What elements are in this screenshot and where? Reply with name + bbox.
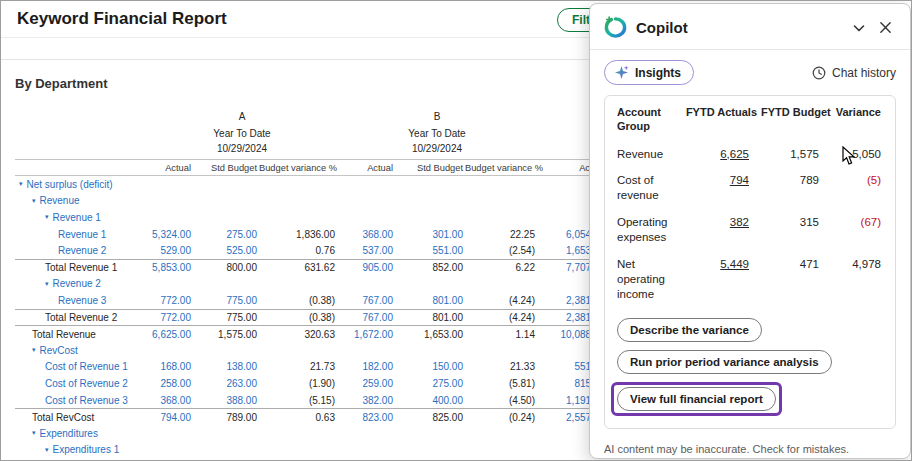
amount-cell[interactable]: 382.00: [337, 395, 395, 406]
copilot-header: Copilot: [590, 4, 910, 50]
row-label[interactable]: RevCost: [40, 345, 78, 356]
amount-cell[interactable]: 182.00: [337, 361, 395, 372]
report-row: Revenue 3772.00775.00(0.38)767.00801.00(…: [15, 292, 609, 309]
amount-cell[interactable]: 551.00: [395, 245, 465, 256]
row-label[interactable]: Revenue 2: [53, 278, 101, 289]
insight-actuals-link[interactable]: 382: [730, 216, 749, 228]
chevron-down-icon[interactable]: [850, 19, 868, 37]
tree-collapse-icon[interactable]: ▾: [32, 346, 36, 354]
amount-cell[interactable]: 823.00: [337, 412, 395, 423]
amount-cell[interactable]: 138.00: [193, 361, 259, 372]
amount-cell[interactable]: 368.00: [147, 395, 193, 406]
amount-cell: 6.22: [465, 262, 537, 273]
amount-cell[interactable]: 5,853.00: [147, 262, 193, 273]
amount-cell[interactable]: 263.00: [193, 378, 259, 389]
copilot-panel: Copilot Insigh: [589, 3, 911, 459]
amount-cell[interactable]: 368.00: [337, 229, 395, 240]
amount-cell[interactable]: 275.00: [395, 378, 465, 389]
amount-cell: (5.81): [465, 378, 537, 389]
row-label[interactable]: Net surplus (deficit): [27, 179, 113, 190]
report-row: Cost of Revenue 2258.00263.00(1.90)259.0…: [15, 375, 609, 392]
amount-cell[interactable]: 388.00: [193, 395, 259, 406]
row-label-cell: Cost of Revenue 3: [15, 395, 147, 406]
insight-col-header: FYTD Budget: [761, 106, 827, 141]
suggestion-button[interactable]: View full financial report: [617, 387, 776, 411]
suggestion-button[interactable]: Describe the variance: [617, 318, 762, 342]
row-label[interactable]: Cost of Revenue 1: [45, 361, 128, 372]
insight-variance: 4,978: [831, 251, 881, 308]
tree-collapse-icon[interactable]: ▾: [45, 213, 49, 221]
column-dates-row: 10/29/202410/29/2024: [15, 141, 609, 156]
amount-cell[interactable]: 772.00: [147, 312, 193, 323]
amount-cell[interactable]: 259.00: [337, 378, 395, 389]
row-label-cell: Revenue 3: [15, 295, 147, 306]
insights-tab[interactable]: Insights: [604, 60, 694, 85]
insight-variance: 5,050: [831, 141, 881, 168]
amount-cell[interactable]: 794.00: [147, 412, 193, 423]
report-row: Total Revenue6,625.001,575.00320.631,672…: [15, 325, 609, 342]
tree-collapse-icon[interactable]: ▾: [32, 429, 36, 437]
suggestion-button[interactable]: Run prior period variance analysis: [617, 350, 832, 374]
amount-cell[interactable]: 772.00: [147, 295, 193, 306]
amount-cell[interactable]: 905.00: [337, 262, 395, 273]
close-icon[interactable]: [877, 19, 894, 36]
amount-cell[interactable]: 5,324.00: [147, 229, 193, 240]
amount-cell[interactable]: 1,672.00: [337, 329, 395, 340]
amount-cell[interactable]: 301.00: [395, 229, 465, 240]
amount-cell: 1,575.00: [193, 329, 259, 340]
insight-actuals-link[interactable]: 6,625: [720, 148, 749, 160]
amount-cell[interactable]: 525.00: [193, 245, 259, 256]
amount-cell[interactable]: 150.00: [395, 361, 465, 372]
report-row: Revenue 15,324.00275.001,836.00368.00301…: [15, 226, 609, 243]
row-label[interactable]: Revenue 3: [58, 295, 106, 306]
column-header: Std Budget: [193, 163, 259, 173]
tree-collapse-icon[interactable]: ▾: [45, 446, 49, 454]
insight-col-header: Account Group: [617, 106, 681, 141]
column-group-period: Year To Date: [337, 128, 537, 139]
chat-history-button[interactable]: Chat history: [812, 66, 896, 80]
amount-cell[interactable]: 258.00: [147, 378, 193, 389]
row-label[interactable]: Cost of Revenue 3: [45, 395, 128, 406]
row-label[interactable]: Revenue 1: [53, 212, 101, 223]
row-label[interactable]: Revenue 2: [58, 245, 106, 256]
column-group-date: 10/29/2024: [337, 143, 537, 154]
row-label-cell: ▾Revenue: [15, 195, 147, 206]
row-label-cell: ▾RevCost: [15, 345, 147, 356]
amount-cell[interactable]: 400.00: [395, 395, 465, 406]
report-row: ▾Revenue 2: [15, 276, 609, 293]
amount-cell[interactable]: 6,625.00: [147, 329, 193, 340]
amount-cell: 631.62: [259, 262, 337, 273]
amount-cell[interactable]: 537.00: [337, 245, 395, 256]
row-label[interactable]: Expenditures 1: [53, 444, 120, 455]
amount-cell[interactable]: 801.00: [395, 295, 465, 306]
amount-cell: 825.00: [395, 412, 465, 423]
row-label-cell: Cost of Revenue 2: [15, 378, 147, 389]
insight-variance: (5): [831, 167, 881, 209]
amount-cell: 320.63: [259, 329, 337, 340]
tree-collapse-icon[interactable]: ▾: [19, 180, 23, 188]
amount-cell[interactable]: 775.00: [193, 295, 259, 306]
amount-cell: 0.76: [259, 245, 337, 256]
amount-cell[interactable]: 529.00: [147, 245, 193, 256]
row-label: Total Revenue 1: [45, 262, 117, 273]
report-row: Total Revenue 2772.00775.00(0.38)767.008…: [15, 309, 609, 326]
row-label[interactable]: Cost of Revenue 2: [45, 378, 128, 389]
tree-collapse-icon[interactable]: ▾: [32, 197, 36, 205]
row-label[interactable]: Revenue 1: [58, 229, 106, 240]
amount-cell[interactable]: 767.00: [337, 312, 395, 323]
amount-cell: (2.54): [465, 245, 537, 256]
row-label-cell: Revenue 2: [15, 245, 147, 256]
amount-cell[interactable]: 275.00: [193, 229, 259, 240]
report-row: Revenue 2529.00525.000.76537.00551.00(2.…: [15, 242, 609, 259]
copilot-logo-icon: [604, 16, 627, 39]
amount-cell: (1.90): [259, 378, 337, 389]
row-label-cell: ▾Revenue 2: [15, 278, 147, 289]
tree-collapse-icon[interactable]: ▾: [45, 280, 49, 288]
column-header: Budget variance %: [465, 163, 537, 173]
insight-actuals-link[interactable]: 794: [730, 174, 749, 186]
insight-actuals-link[interactable]: 5,449: [720, 258, 749, 270]
row-label[interactable]: Revenue: [40, 195, 80, 206]
row-label[interactable]: Expenditures: [40, 428, 98, 439]
amount-cell[interactable]: 168.00: [147, 361, 193, 372]
amount-cell[interactable]: 767.00: [337, 295, 395, 306]
